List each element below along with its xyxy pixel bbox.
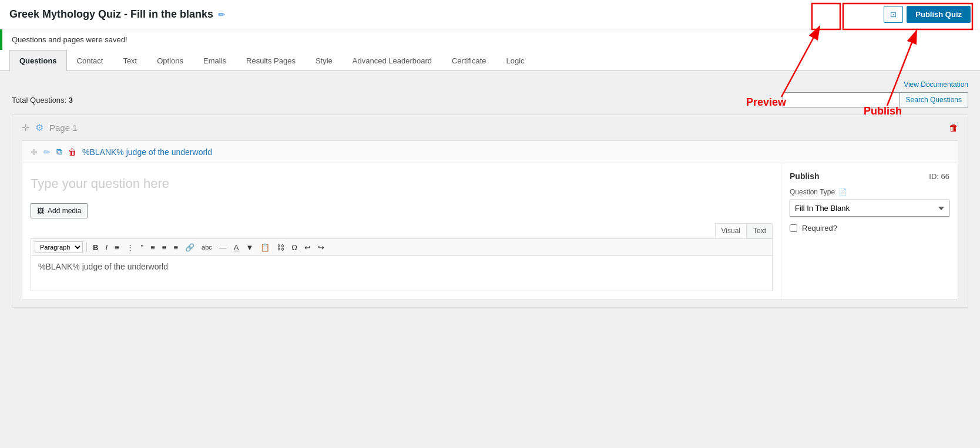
view-documentation-link[interactable]: View Documentation <box>12 80 968 89</box>
toolbar-redo[interactable]: ↪ <box>316 242 327 253</box>
question-type-select[interactable]: Fill In The Blank Multiple Choice True/F… <box>790 200 949 217</box>
editor-tab-text[interactable]: Text <box>747 223 773 238</box>
add-media-button[interactable]: 🖼 Add media <box>31 203 88 218</box>
page-header-left: ✛ ⚙ Page 1 <box>22 122 78 133</box>
question-type-label: Question Type 📄 <box>790 188 949 196</box>
page-label: Page 1 <box>49 123 78 133</box>
question-editor: Type your question here 🖼 Add media Visu… <box>22 163 958 299</box>
save-notice: Questions and pages were saved! <box>0 29 980 50</box>
publish-quiz-label: Publish Quiz <box>915 10 962 19</box>
toolbar-align-center[interactable]: ≡ <box>160 242 169 253</box>
page-move-icon[interactable]: ✛ <box>22 122 29 133</box>
toolbar-sep-1 <box>86 242 87 252</box>
tab-certificate[interactable]: Certificate <box>442 50 496 71</box>
tab-logic[interactable]: Logic <box>496 50 535 71</box>
editor-tab-visual[interactable]: Visual <box>715 223 747 238</box>
question-edit-icon[interactable]: ✏ <box>43 147 51 157</box>
preview-icon: ⊡ <box>890 10 897 19</box>
toolbar-undo[interactable]: ↩ <box>302 242 313 253</box>
search-area: Search Questions <box>783 92 968 107</box>
page-block: ✛ ⚙ Page 1 🗑 ✛ ✏ ⧉ 🗑 %BLANK% judge of th… <box>12 114 968 308</box>
question-move-icon[interactable]: ✛ <box>31 147 38 157</box>
preview-button[interactable]: ⊡ <box>884 6 903 23</box>
tab-questions[interactable]: Questions <box>9 50 67 71</box>
toolbar-ol[interactable]: ⋮ <box>124 242 136 253</box>
editor-tabs-row: Visual Text <box>31 223 773 239</box>
publish-quiz-button[interactable]: Publish Quiz <box>907 6 971 23</box>
required-label: Required? <box>802 224 837 233</box>
editor-right: Publish ID: 66 Question Type 📄 Fill In T… <box>781 163 958 299</box>
panel-id: ID: 66 <box>929 172 949 181</box>
toolbar-italic[interactable]: I <box>103 242 110 253</box>
panel-title: Publish <box>790 171 820 181</box>
tab-text[interactable]: Text <box>113 50 147 71</box>
toolbar-dropdown[interactable]: ▼ <box>243 242 256 253</box>
tab-advanced-leaderboard[interactable]: Advanced Leaderboard <box>343 50 442 71</box>
toolbar-link[interactable]: 🔗 <box>183 242 197 253</box>
paragraph-select[interactable]: Paragraph <box>35 241 83 253</box>
header-actions: ⊡ Publish Quiz <box>884 6 971 23</box>
title-text: Greek Mythology Quiz - Fill in the blank… <box>9 8 213 21</box>
question-type-doc-icon: 📄 <box>838 188 847 196</box>
toolbar-ul[interactable]: ≡ <box>112 242 122 253</box>
toolbar-unlink[interactable]: ⛓ <box>274 242 287 253</box>
toolbar-hr[interactable]: — <box>217 242 229 253</box>
required-checkbox[interactable] <box>790 224 797 232</box>
page-delete-icon[interactable]: 🗑 <box>949 123 958 133</box>
page-settings-icon[interactable]: ⚙ <box>35 122 43 133</box>
tab-contact[interactable]: Contact <box>67 50 113 71</box>
editor-toolbar: Paragraph B I ≡ ⋮ " ≡ ≡ ≡ 🔗 abc — <box>31 239 773 256</box>
question-title: %BLANK% judge of the underworld <box>82 147 212 157</box>
question-placeholder: Type your question here <box>31 171 773 196</box>
tabs-bar: Questions Contact Text Options Emails Re… <box>0 50 980 71</box>
total-questions-label: Total Questions: <box>12 96 66 105</box>
add-media-icon: 🖼 <box>37 207 44 215</box>
required-row: Required? <box>790 224 949 233</box>
header: Greek Mythology Quiz - Fill in the blank… <box>0 0 980 29</box>
question-card-header: ✛ ✏ ⧉ 🗑 %BLANK% judge of the underworld <box>22 141 958 163</box>
total-questions: Total Questions: 3 <box>12 96 73 105</box>
toolbar-special-paste[interactable]: 📋 <box>258 242 272 253</box>
toolbar-bold[interactable]: B <box>90 242 100 253</box>
total-questions-count: 3 <box>69 96 73 105</box>
toolbar-special-char[interactable]: Ω <box>289 242 300 253</box>
add-media-label: Add media <box>48 207 81 215</box>
top-bar: Total Questions: 3 Search Questions <box>12 92 968 107</box>
save-notice-text: Questions and pages were saved! <box>12 35 127 44</box>
question-copy-icon[interactable]: ⧉ <box>56 147 62 157</box>
toolbar-align-right[interactable]: ≡ <box>171 242 180 253</box>
page-title: Greek Mythology Quiz - Fill in the blank… <box>9 8 225 21</box>
editor-left: Type your question here 🖼 Add media Visu… <box>22 163 781 299</box>
panel-header: Publish ID: 66 <box>790 171 949 181</box>
main-content: View Documentation Total Questions: 3 Se… <box>0 71 980 326</box>
tab-options[interactable]: Options <box>147 50 193 71</box>
toolbar-strikethrough[interactable]: abc <box>199 242 214 252</box>
toolbar-align-left[interactable]: ≡ <box>148 242 157 253</box>
tab-results-pages[interactable]: Results Pages <box>236 50 306 71</box>
tab-style[interactable]: Style <box>306 50 343 71</box>
question-card: ✛ ✏ ⧉ 🗑 %BLANK% judge of the underworld … <box>22 140 958 300</box>
search-input[interactable] <box>783 92 900 107</box>
tab-emails[interactable]: Emails <box>193 50 236 71</box>
editor-body-text: %BLANK% judge of the underworld <box>38 262 168 271</box>
page-header: ✛ ⚙ Page 1 🗑 <box>22 122 958 133</box>
question-delete-icon[interactable]: 🗑 <box>68 147 76 157</box>
editor-body[interactable]: %BLANK% judge of the underworld <box>31 256 773 291</box>
toolbar-quote[interactable]: " <box>139 242 146 253</box>
edit-title-icon[interactable]: ✏ <box>218 10 225 19</box>
toolbar-underline[interactable]: A <box>231 242 241 253</box>
search-questions-button[interactable]: Search Questions <box>900 92 968 107</box>
